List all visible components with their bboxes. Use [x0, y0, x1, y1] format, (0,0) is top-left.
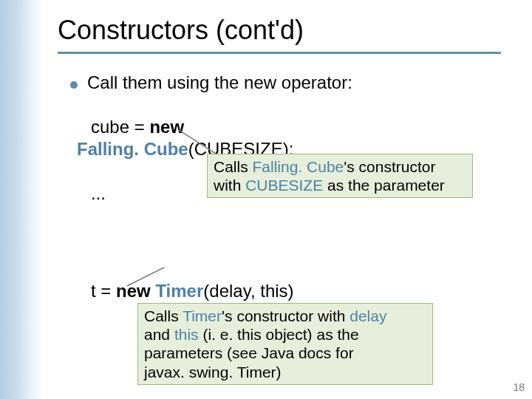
code-line-2: t = new Timer(delay, this): [91, 281, 294, 301]
callout-text: (i. e. this object) as the: [199, 326, 359, 343]
callout-text: 's constructor: [344, 158, 435, 175]
callout-text: and: [144, 326, 174, 343]
callout-identifier: CUBESIZE: [245, 177, 323, 194]
slide-number: 18: [513, 381, 525, 393]
title-underline: [58, 52, 501, 54]
svg-line-0: [179, 130, 216, 154]
pointer-line-2: [127, 267, 171, 290]
code-text: t =: [91, 281, 116, 301]
callout-text: 's constructor with: [222, 307, 349, 324]
code-text: (delay, this): [203, 281, 293, 301]
bullet-dot: [70, 81, 78, 89]
slide-title: Constructors (cont'd): [58, 15, 304, 46]
code-text: cube =: [91, 117, 149, 137]
callout-text: with: [214, 177, 245, 194]
callout-text: Calls: [214, 158, 253, 175]
callout-identifier: delay: [349, 307, 386, 324]
left-gradient-strip: [0, 0, 43, 399]
callout-text: as the parameter: [323, 177, 445, 194]
callout-text: parameters (see Java docs for: [144, 344, 426, 362]
callout-identifier: Timer: [183, 307, 222, 324]
svg-line-1: [127, 267, 164, 286]
bullet-text: Call them using the new operator:: [87, 72, 352, 93]
callout-identifier: this: [174, 326, 199, 343]
code-line-1a: cube = new: [91, 117, 184, 137]
callout-box-1: Calls Falling. Cube's constructor with C…: [207, 154, 473, 198]
ellipsis: ...: [91, 183, 106, 204]
identifier-fallingcube: Falling. Cube: [77, 139, 188, 159]
callout-text: Calls: [144, 307, 183, 324]
callout-text: javax. swing. Timer): [144, 363, 426, 381]
callout-box-2: Calls Timer's constructor with delay and…: [137, 303, 433, 385]
callout-identifier: Falling. Cube: [253, 158, 344, 175]
